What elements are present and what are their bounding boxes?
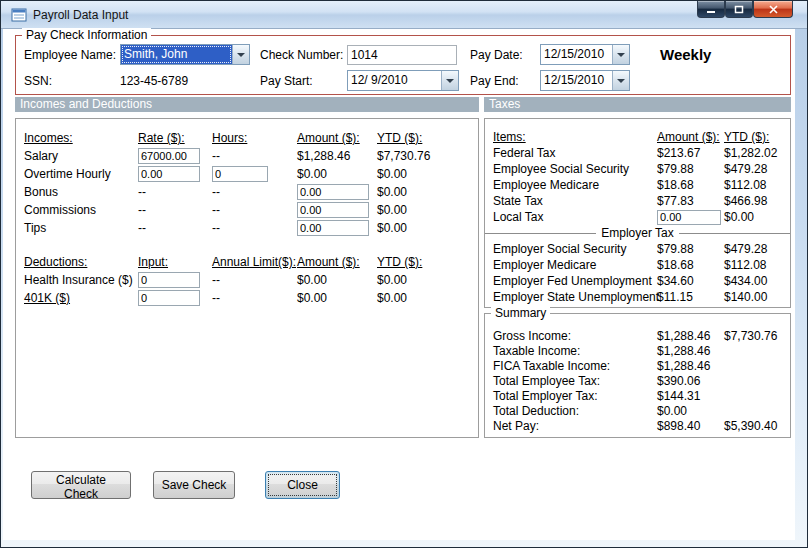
income-label: Tips	[24, 221, 138, 235]
ssn-value: 123-45-6789	[120, 74, 188, 88]
tax-ytd: $479.28	[724, 162, 788, 176]
health-insurance-input[interactable]	[138, 272, 200, 288]
tax-amount: $77.83	[657, 194, 724, 208]
income-hours: --	[212, 221, 297, 235]
deduction-row-401k: 401K ($) -- $0.00 $0.00	[24, 289, 476, 307]
income-label: Salary	[24, 149, 138, 163]
income-amount: $0.00	[297, 167, 377, 181]
pay-end-select[interactable]: 12/15/2010	[540, 70, 630, 91]
summary-label: Total Employer Tax:	[493, 389, 657, 403]
window-title: Payroll Data Input	[33, 8, 128, 22]
close-window-button[interactable]	[753, 1, 793, 18]
local-tax-input[interactable]	[657, 210, 721, 225]
overtime-rate-input[interactable]	[138, 166, 200, 182]
save-check-button[interactable]: Save Check	[153, 471, 235, 499]
deduction-ytd: $0.00	[377, 273, 476, 287]
minimize-button[interactable]	[697, 1, 725, 18]
section-label: Taxes	[489, 97, 520, 111]
tax-row-employee-social-security: Employee Social Security $79.88 $479.28	[493, 161, 788, 177]
ytd-col-header: YTD ($):	[377, 131, 476, 145]
tax-ytd: $466.98	[724, 194, 788, 208]
income-ytd: $0.00	[377, 185, 476, 199]
tax-ytd: $112.08	[724, 178, 788, 192]
pay-end-label: Pay End:	[470, 74, 519, 88]
tax-row-state: State Tax $77.83 $466.98	[493, 193, 788, 209]
commissions-amount-input[interactable]	[297, 202, 369, 218]
deduction-ytd: $0.00	[377, 291, 476, 305]
salary-rate-input[interactable]	[138, 148, 200, 164]
summary-label: Taxable Income:	[493, 344, 657, 358]
tax-ytd: $479.28	[724, 242, 788, 256]
tax-label: Employer Medicare	[493, 258, 657, 272]
pay-start-select[interactable]: 12/ 9/2010	[347, 70, 459, 91]
income-row-tips: Tips -- -- $0.00	[24, 219, 476, 237]
amount-col-header: Amount ($):	[657, 130, 724, 144]
summary-amount: $144.31	[657, 389, 724, 403]
401k-link[interactable]: 401K ($)	[24, 291, 138, 305]
summary-row-gross-income: Gross Income: $1,288.46 $7,730.76	[493, 328, 788, 343]
chevron-down-icon[interactable]	[612, 45, 629, 64]
pay-frequency-label: Weekly	[660, 46, 711, 63]
tips-amount-input[interactable]	[297, 220, 369, 236]
chevron-down-icon[interactable]	[441, 71, 458, 90]
amount-col-header: Amount ($):	[297, 255, 377, 269]
maximize-button[interactable]	[725, 1, 753, 18]
tax-ytd: $112.08	[724, 258, 788, 272]
summary-row-net-pay: Net Pay: $898.40 $5,390.40	[493, 418, 788, 433]
paycheck-info-legend: Pay Check Information	[22, 28, 151, 42]
tax-label: Federal Tax	[493, 146, 657, 160]
tax-amount: $79.88	[657, 162, 724, 176]
summary-amount: $1,288.46	[657, 329, 724, 343]
tax-label: State Tax	[493, 194, 657, 208]
deductions-header-row: Deductions: Input: Annual Limit($): Amou…	[24, 253, 476, 271]
divider-line	[485, 233, 596, 234]
pay-date-value: 12/15/2010	[541, 45, 612, 64]
pay-start-label: Pay Start:	[260, 74, 313, 88]
summary-amount: $1,288.46	[657, 344, 724, 358]
tax-label: Employer Social Security	[493, 242, 657, 256]
section-header-incomes-deductions: Incomes and Deductions	[15, 97, 479, 112]
tax-row-employer-social-security: Employer Social Security $79.88 $479.28	[493, 241, 788, 257]
tax-ytd: $1,282.02	[724, 146, 788, 160]
employee-name-select[interactable]: Smith, John	[120, 44, 250, 65]
bonus-amount-input[interactable]	[297, 184, 369, 200]
income-rate: --	[138, 203, 212, 217]
chevron-down-icon[interactable]	[232, 45, 249, 64]
summary-amount: $0.00	[657, 404, 724, 418]
tax-ytd: $0.00	[724, 210, 788, 224]
minimize-icon	[706, 5, 716, 14]
401k-input[interactable]	[138, 290, 200, 306]
calculate-check-button[interactable]: Calculate Check	[31, 471, 131, 499]
deduction-row-health-insurance: Health Insurance ($) -- $0.00 $0.00	[24, 271, 476, 289]
chevron-down-icon[interactable]	[612, 71, 629, 90]
items-col-header: Items:	[493, 130, 657, 144]
summary-row-total-deduction: Total Deduction: $0.00	[493, 403, 788, 418]
income-hours: --	[212, 149, 297, 163]
income-ytd: $7,730.76	[377, 149, 476, 163]
tax-ytd: $434.00	[724, 274, 788, 288]
income-ytd: $0.00	[377, 167, 476, 181]
caption-buttons	[697, 1, 793, 18]
tax-amount: $79.88	[657, 242, 724, 256]
amount-col-header: Amount ($):	[297, 131, 377, 145]
income-amount: $1,288.46	[297, 149, 377, 163]
summary-table: Gross Income: $1,288.46 $7,730.76 Taxabl…	[493, 328, 788, 433]
income-row-bonus: Bonus -- -- $0.00	[24, 183, 476, 201]
paycheck-info-group: Pay Check Information Employee Name: Smi…	[15, 35, 791, 95]
hours-col-header: Hours:	[212, 131, 297, 145]
rate-col-header: Rate ($):	[138, 131, 212, 145]
income-row-salary: Salary -- $1,288.46 $7,730.76	[24, 147, 476, 165]
income-row-overtime: Overtime Hourly $0.00 $0.00	[24, 165, 476, 183]
check-number-input[interactable]	[347, 45, 457, 65]
close-button[interactable]: Close	[265, 471, 340, 499]
divider-line	[679, 233, 790, 234]
overtime-hours-input[interactable]	[212, 166, 268, 182]
tax-row-employer-medicare: Employer Medicare $18.68 $112.08	[493, 257, 788, 273]
taxes-table: Items: Amount ($): YTD ($): Federal Tax …	[493, 129, 788, 305]
close-icon	[768, 5, 779, 14]
tax-row-employer-fed-unemployment: Employer Fed Unemployment $34.60 $434.00	[493, 273, 788, 289]
pay-date-select[interactable]: 12/15/2010	[540, 44, 630, 65]
section-header-taxes: Taxes	[484, 97, 791, 112]
title-bar[interactable]: Payroll Data Input	[1, 1, 807, 29]
employer-tax-heading: Employer Tax	[596, 226, 678, 240]
